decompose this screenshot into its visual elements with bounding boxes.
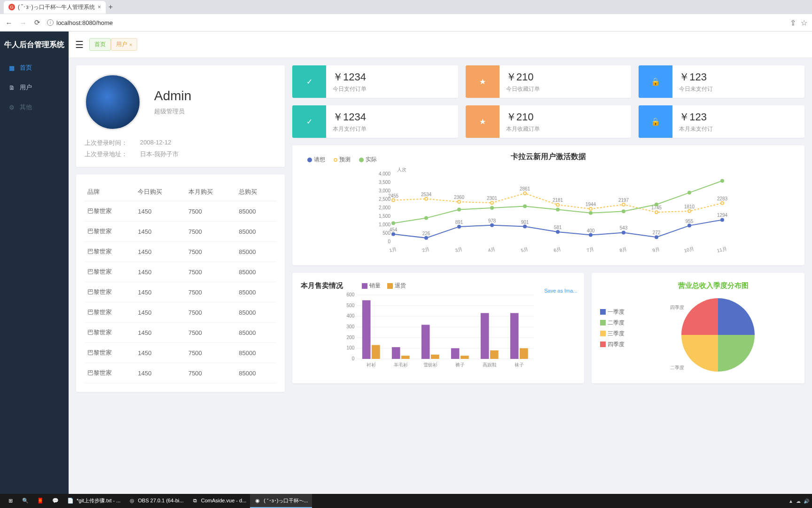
svg-point-49	[491, 201, 493, 204]
taskbar-item[interactable]: 📄*git上传步骤.txt - ...	[63, 494, 125, 494]
taskbar-item[interactable]: ◎OBS 27.0.1 (64-bi...	[125, 494, 187, 494]
legend-item[interactable]: 三季度	[600, 330, 625, 338]
app-logo: 牛人后台管理系统	[0, 32, 69, 58]
svg-text:543: 543	[620, 225, 628, 230]
brand-table-card: 品牌今日购买本月购买总购买 巴黎世家1450750085000巴黎世家14507…	[76, 175, 285, 392]
svg-point-47	[458, 200, 461, 203]
taskbar-item[interactable]: 🧧	[33, 494, 48, 494]
browser-tab[interactable]: G ( ˘･з･)っ口干杯~-牛人管理系统 ×	[4, 1, 106, 14]
sidebar-item-用户[interactable]: 🗎用户	[0, 78, 69, 97]
svg-text:5月: 5月	[520, 246, 529, 253]
site-info-icon[interactable]: i	[47, 19, 54, 26]
svg-point-27	[491, 224, 493, 227]
svg-rect-94	[401, 356, 410, 359]
svg-text:272: 272	[653, 230, 661, 235]
topbar: ☰ 首页用户×	[69, 32, 812, 58]
svg-point-75	[721, 179, 724, 182]
svg-point-29	[523, 225, 526, 228]
stat-value: ￥210	[506, 70, 540, 84]
svg-rect-99	[451, 348, 460, 359]
svg-text:1,500: 1,500	[379, 214, 390, 219]
legend-item[interactable]: 四季度	[600, 341, 625, 349]
legend-item[interactable]: 销量	[362, 282, 381, 290]
reload-button[interactable]: ⟳	[33, 18, 41, 27]
table-header: 本月购买	[186, 183, 236, 201]
svg-text:955: 955	[686, 219, 694, 224]
svg-point-55	[589, 207, 592, 210]
stat-label: 本月收藏订单	[506, 125, 540, 133]
legend-item[interactable]: 预测	[334, 156, 351, 164]
check-icon: ✓	[292, 65, 326, 98]
svg-point-63	[721, 202, 724, 205]
menu-toggle-icon[interactable]: ☰	[75, 39, 84, 50]
svg-point-45	[425, 198, 428, 200]
bag-icon: 🔒	[639, 65, 672, 98]
sidebar-item-其他[interactable]: ⚙其他	[0, 97, 69, 117]
new-tab-button[interactable]: +	[109, 3, 113, 11]
svg-text:袜子: 袜子	[515, 362, 524, 367]
legend-item[interactable]: 请想	[307, 156, 325, 164]
svg-text:二季度: 二季度	[670, 365, 684, 370]
svg-text:891: 891	[455, 220, 463, 225]
stats-row-2: ✓￥1234本月支付订单★￥210本月收藏订单🔒￥123本月未支付订	[292, 105, 804, 138]
stat-label: 本月未支付订	[679, 125, 713, 133]
legend-item[interactable]: 二季度	[600, 319, 625, 327]
svg-text:四季度: 四季度	[670, 305, 684, 310]
svg-text:400: 400	[587, 228, 595, 233]
profile-meta-row: 上次登录地址：日本-我孙子市	[85, 150, 276, 159]
close-icon[interactable]: ×	[129, 42, 132, 48]
legend-item[interactable]: 实际	[359, 156, 377, 164]
avatar	[85, 74, 141, 130]
legend-item[interactable]: 退货	[387, 282, 406, 290]
main: ☰ 首页用户× Admin 超级管理员 上次登录时间：2008-12-12上次登…	[69, 32, 812, 494]
pie-chart-legend: 一季度 二季度 三季度 四季度	[600, 308, 625, 349]
url-field[interactable]: i localhost:8080/home	[47, 19, 113, 26]
bar-chart: 0100200300400500600衬衫羊毛衫雪纺衫裤子高跟鞋袜子	[301, 290, 576, 370]
back-button[interactable]: ←	[5, 19, 13, 27]
legend-item[interactable]: 一季度	[600, 308, 625, 316]
taskbar-item[interactable]: ⊞	[3, 494, 18, 494]
svg-text:衬衫: 衬衫	[367, 362, 376, 367]
svg-point-41	[721, 218, 724, 221]
svg-point-21	[392, 233, 395, 236]
svg-text:226: 226	[422, 231, 430, 236]
svg-text:2534: 2534	[421, 192, 432, 197]
brand-table: 品牌今日购买本月购买总购买 巴黎世家1450750085000巴黎世家14507…	[85, 183, 276, 383]
bar-chart-card: 本月售卖情况 销量 退货 Save as Ima... 010020030040…	[292, 273, 584, 383]
url-text: localhost:8080/home	[56, 19, 113, 26]
taskbar-item[interactable]: ◉( ˘･з･)っ口干杯~-...	[250, 494, 312, 494]
svg-text:4,000: 4,000	[379, 171, 390, 176]
forward-button[interactable]: →	[19, 19, 27, 27]
share-icon[interactable]: ⇪	[790, 18, 796, 27]
svg-point-74	[688, 191, 691, 194]
svg-point-69	[523, 205, 526, 207]
page-tab[interactable]: 首页	[89, 38, 111, 51]
pie-chart: 四季度二季度	[666, 290, 760, 375]
svg-text:0: 0	[352, 356, 355, 361]
svg-point-57	[622, 203, 625, 206]
svg-text:3,500: 3,500	[379, 180, 390, 185]
svg-rect-96	[422, 325, 430, 359]
svg-text:581: 581	[554, 225, 562, 230]
svg-text:2455: 2455	[388, 193, 399, 198]
page-tab[interactable]: 用户×	[111, 38, 137, 51]
svg-point-71	[589, 212, 592, 214]
tab-title: ( ˘･з･)っ口干杯~-牛人管理系统	[18, 3, 95, 11]
table-row: 巴黎世家1450750085000	[85, 323, 276, 343]
stat-value: ￥1234	[333, 70, 367, 84]
stat-value: ￥210	[506, 110, 540, 124]
save-as-image-button[interactable]: Save as Ima...	[544, 288, 577, 294]
svg-text:4月: 4月	[487, 246, 496, 253]
svg-point-23	[425, 237, 428, 239]
taskbar-item[interactable]: ⧉ComAside.vue - d...	[187, 494, 250, 494]
svg-point-35	[622, 231, 625, 234]
close-icon[interactable]: ×	[98, 4, 101, 10]
sidebar-item-首页[interactable]: ▦首页	[0, 58, 69, 78]
svg-text:2197: 2197	[618, 198, 629, 203]
bookmark-icon[interactable]: ☆	[801, 18, 807, 27]
svg-text:901: 901	[521, 220, 529, 225]
taskbar-item[interactable]: 🔍	[18, 494, 33, 494]
stat-label: 今日未支付订	[679, 85, 713, 93]
svg-text:3,000: 3,000	[379, 188, 390, 193]
taskbar-item[interactable]: 💬	[48, 494, 63, 494]
